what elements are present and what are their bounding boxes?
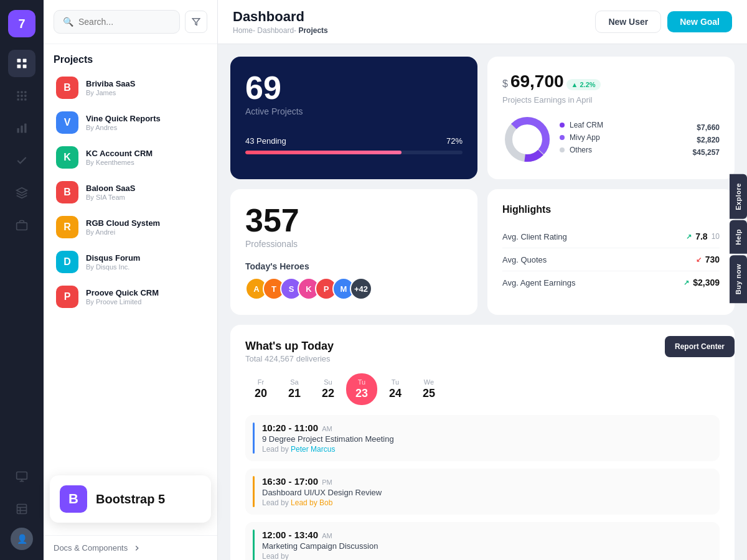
- sidebar-bottom[interactable]: Docs & Components: [44, 535, 217, 560]
- event-item: 12:00 - 13:40 AM Marketing Campaign Disc…: [245, 522, 720, 560]
- project-by: By SIA Team: [86, 194, 205, 201]
- project-name: KC Account CRM: [86, 149, 205, 158]
- nav-icon-grid[interactable]: [8, 50, 35, 77]
- today-title: What's up Today: [245, 340, 720, 353]
- legend-item-leaf: Leaf CRM: [560, 121, 685, 129]
- highlight-label: Avg. Client Rating: [502, 232, 567, 241]
- svg-rect-2: [17, 65, 21, 68]
- side-tab-buy[interactable]: Buy now: [730, 255, 747, 303]
- event-info: 10:20 - 11:00 AM 9 Degree Project Estima…: [262, 422, 712, 454]
- calendar-row: Fr 20 Sa 21 Su 22 Tu 23 Tu 24 We 25: [245, 373, 720, 405]
- svg-marker-25: [192, 19, 200, 26]
- bootstrap-label: Bootstrap 5: [96, 492, 165, 506]
- active-projects-number: 69: [245, 72, 463, 104]
- side-tab-explore[interactable]: Explore: [730, 174, 747, 219]
- event-info: 16:30 - 17:00 PM Dashboard UI/UX Design …: [262, 476, 712, 507]
- heroes-section: Today's Heroes ATSKPM+42: [245, 261, 463, 300]
- earnings-chart: Leaf CRM Mivy App Others $7,660 $2,820 $…: [502, 114, 720, 164]
- svg-rect-1: [23, 59, 27, 63]
- svg-rect-11: [21, 98, 22, 100]
- earnings-badge: ▲ 2.2%: [566, 79, 601, 90]
- event-bar: [253, 530, 255, 560]
- nav-bar: 7 👤: [0, 0, 44, 560]
- project-icon: R: [56, 216, 78, 238]
- donut-chart: [502, 114, 552, 164]
- project-item[interactable]: K KC Account CRM By Keenthemes: [49, 140, 212, 175]
- nav-icon-layers[interactable]: [8, 179, 35, 207]
- header-actions: New User New Goal: [595, 11, 732, 33]
- calendar-day[interactable]: We 25: [413, 373, 444, 405]
- project-name: Baloon SaaS: [86, 184, 205, 193]
- svg-rect-21: [17, 505, 27, 514]
- nav-icon-chart[interactable]: [8, 114, 35, 142]
- legend-item-mivy: Mivy App: [560, 133, 685, 142]
- heroes-avatars: ATSKPM+42: [245, 278, 463, 300]
- earnings-value: 69,700: [510, 72, 564, 91]
- nav-avatar[interactable]: 👤: [11, 528, 33, 550]
- highlight-label: Avg. Quotes: [502, 255, 547, 264]
- project-item[interactable]: D Disqus Forum By Disqus Inc.: [49, 245, 212, 279]
- calendar-day[interactable]: Tu 24: [380, 373, 411, 405]
- calendar-day[interactable]: Tu 23: [346, 373, 377, 405]
- nav-logo[interactable]: 7: [8, 10, 35, 37]
- nav-icon-monitor[interactable]: [8, 463, 35, 490]
- projects-title: Projects: [44, 44, 217, 70]
- project-item[interactable]: B Baloon SaaS By SIA Team: [49, 175, 212, 210]
- svg-rect-13: [17, 128, 19, 133]
- sidebar-search-area: 🔍: [44, 0, 217, 44]
- new-user-button[interactable]: New User: [595, 11, 661, 33]
- calendar-day[interactable]: Sa 21: [279, 373, 310, 405]
- project-icon: V: [56, 111, 78, 134]
- cal-dow: Sa: [290, 378, 298, 386]
- event-lead: Lead by Lead by Bob: [262, 498, 712, 507]
- event-lead-link[interactable]: Lead by Bob: [291, 498, 332, 507]
- project-item[interactable]: P Proove Quick CRM By Proove Limited: [49, 279, 212, 314]
- pending-pct: 72%: [446, 136, 463, 146]
- new-goal-button[interactable]: New Goal: [667, 11, 732, 32]
- event-title: 9 Degree Project Estimation Meeting: [262, 434, 712, 444]
- event-time: 10:20 - 11:00 AM: [262, 422, 712, 433]
- nav-icon-briefcase[interactable]: [8, 212, 35, 239]
- project-item[interactable]: R RGB Cloud System By Andrei: [49, 210, 212, 245]
- active-projects-label: Active Projects: [245, 106, 463, 116]
- cal-dow: Su: [324, 378, 332, 386]
- search-box[interactable]: 🔍: [54, 10, 180, 34]
- legend-val-others: $45,257: [693, 148, 720, 157]
- project-icon: K: [56, 146, 78, 169]
- highlights-card: Highlights Avg. Client Rating ↗ 7.8 10 A…: [487, 189, 735, 315]
- search-input[interactable]: [78, 17, 171, 27]
- calendar-day[interactable]: Su 22: [312, 373, 344, 405]
- nav-icon-apps[interactable]: [8, 82, 35, 110]
- breadcrumb: Home- Dashboard- Projects: [233, 26, 328, 35]
- svg-rect-15: [24, 124, 26, 133]
- project-name: Proove Quick CRM: [86, 288, 205, 297]
- project-by: By Disqus Inc.: [86, 263, 205, 271]
- event-item: 16:30 - 17:00 PM Dashboard UI/UX Design …: [245, 469, 720, 515]
- nav-icon-table[interactable]: [8, 495, 35, 523]
- filter-button[interactable]: [185, 11, 207, 33]
- legend-name-leaf: Leaf CRM: [570, 121, 603, 129]
- legend-dot-leaf: [560, 123, 565, 128]
- project-item[interactable]: V Vine Quick Reports By Andres: [49, 105, 212, 140]
- event-lead-link[interactable]: Peter Marcus: [291, 445, 335, 454]
- breadcrumb-active: Projects: [298, 26, 327, 35]
- project-by: By Andres: [86, 124, 205, 131]
- project-by: By Keenthemes: [86, 159, 205, 166]
- event-item: 10:20 - 11:00 AM 9 Degree Project Estima…: [245, 415, 720, 461]
- highlight-label: Avg. Agent Earnings: [502, 278, 576, 287]
- cal-dow: Fr: [258, 378, 264, 386]
- nav-icon-check[interactable]: [8, 147, 35, 174]
- calendar-day[interactable]: Fr 20: [245, 373, 276, 405]
- event-lead: Lead by: [262, 552, 712, 560]
- side-tab-help[interactable]: Help: [730, 220, 747, 254]
- report-center-button[interactable]: Report Center: [665, 336, 735, 357]
- highlight-value: ↗ 7.8 10: [686, 231, 720, 241]
- svg-rect-10: [17, 98, 19, 100]
- main-content: Dashboard Home- Dashboard- Projects New …: [218, 0, 747, 560]
- svg-rect-12: [24, 98, 26, 100]
- highlights-rows: Avg. Client Rating ↗ 7.8 10 Avg. Quotes …: [502, 225, 720, 294]
- side-tabs: Explore Help Buy now: [730, 174, 747, 303]
- project-name: Disqus Forum: [86, 253, 205, 263]
- cal-date: 22: [322, 387, 334, 400]
- project-item[interactable]: B Briviba SaaS By James: [49, 70, 212, 105]
